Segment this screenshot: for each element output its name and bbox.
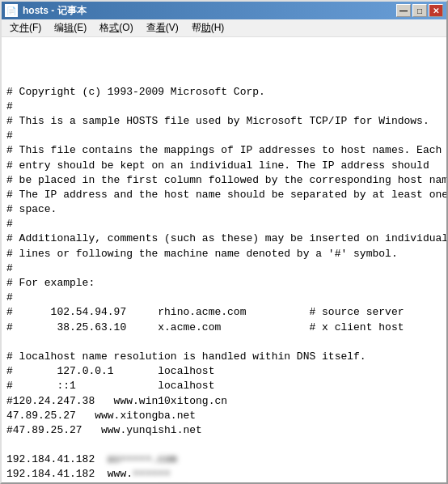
line-21: # ::1 localhost	[6, 380, 214, 392]
line-2: #	[6, 100, 13, 113]
title-bar: 📄 hosts - 记事本 — □ ✕	[2, 2, 446, 19]
line-20: # 127.0.0.1 localhost	[6, 365, 214, 377]
minimize-button[interactable]: —	[396, 4, 411, 17]
line-15: #	[6, 291, 13, 304]
line-23: 47.89.25.27 www.xitongba.net	[6, 410, 196, 422]
blurred-domain-1: as•••••.com	[108, 453, 177, 465]
main-window: 📄 hosts - 记事本 — □ ✕ 文件(F) 编辑(E) 格式(O) 查看…	[0, 0, 448, 484]
text-editor[interactable]: # Copyright (c) 1993-2009 Microsoft Corp…	[2, 37, 446, 482]
blurred-domain-2: ••••••	[133, 468, 171, 480]
line-22: #120.24.247.38 www.win10xitong.cn	[6, 395, 227, 407]
window-title: hosts - 记事本	[23, 4, 87, 18]
menu-help[interactable]: 帮助(H)	[185, 19, 231, 36]
line-26: 192.184.41.182 as•••••.com	[6, 453, 177, 465]
line-10: #	[6, 218, 13, 230]
editor-content: # Copyright (c) 1993-2009 Microsoft Corp…	[6, 70, 442, 482]
line-14: # For example:	[6, 277, 95, 289]
line-4: #	[6, 129, 13, 142]
maximize-button[interactable]: □	[412, 4, 427, 17]
line-7: # be placed in the first column followed…	[6, 174, 446, 186]
line-27: 192.184.41.182 www.••••••	[6, 468, 171, 480]
menu-edit[interactable]: 编辑(E)	[48, 19, 93, 36]
line-1: # Copyright (c) 1993-2009 Microsoft Corp…	[6, 86, 265, 98]
menu-file[interactable]: 文件(F)	[3, 19, 48, 36]
menu-bar: 文件(F) 编辑(E) 格式(O) 查看(V) 帮助(H)	[2, 19, 446, 37]
line-6: # entry should be kept on an individual …	[6, 159, 429, 172]
window-icon: 📄	[5, 4, 18, 17]
line-9: # space.	[6, 203, 57, 215]
line-19: # localhost name resolution is handled w…	[6, 350, 366, 363]
line-13: #	[6, 262, 13, 274]
menu-view[interactable]: 查看(V)	[140, 19, 185, 36]
line-8: # The IP address and the host name shoul…	[6, 189, 446, 201]
line-25	[6, 439, 13, 451]
line-5: # This file contains the mappings of IP …	[6, 144, 442, 156]
menu-format[interactable]: 格式(O)	[93, 19, 139, 36]
close-button[interactable]: ✕	[429, 4, 443, 17]
line-24: #47.89.25.27 www.yunqishi.net	[6, 424, 202, 436]
line-11: # Additionally, comments (such as these)…	[6, 232, 446, 244]
line-16: # 102.54.94.97 rhino.acme.com # source s…	[6, 306, 404, 318]
line-17: # 38.25.63.10 x.acme.com # x client host	[6, 321, 404, 333]
line-18	[6, 336, 13, 348]
line-3: # This is a sample HOSTS file used by Mi…	[6, 115, 429, 127]
line-12: # lines or following the machine name de…	[6, 248, 398, 260]
window-controls: — □ ✕	[396, 4, 443, 17]
